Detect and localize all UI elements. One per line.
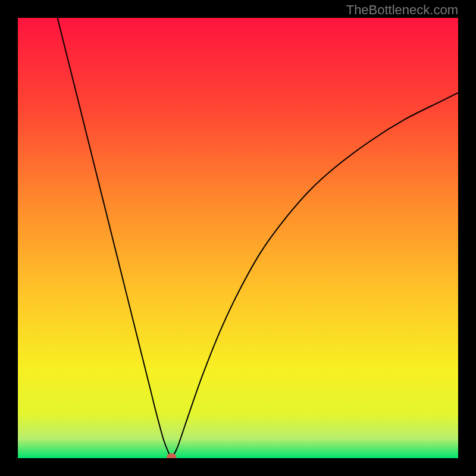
watermark-label: TheBottleneck.com <box>346 2 458 18</box>
minimum-marker <box>167 453 176 458</box>
bottleneck-curve <box>58 18 458 457</box>
plot-area <box>18 18 458 458</box>
chart-frame: TheBottleneck.com <box>0 0 476 476</box>
curve-layer <box>18 18 458 458</box>
